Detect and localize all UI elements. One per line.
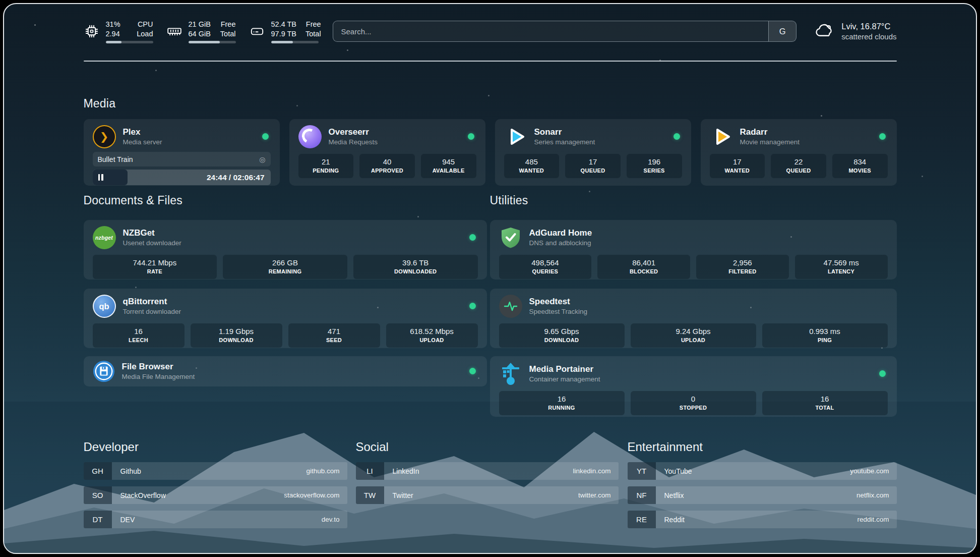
service-name: Overseerr bbox=[329, 127, 378, 138]
bookmark-name: DEV bbox=[112, 516, 135, 524]
status-dot bbox=[469, 234, 476, 241]
stat-value: 47.569 ms bbox=[797, 258, 886, 268]
disk-free-value: 52.4 TB bbox=[271, 20, 297, 29]
stat-value: 22 bbox=[773, 157, 824, 167]
stat-block: 498,564QUERIES bbox=[499, 255, 592, 279]
service-card-speedtest[interactable]: Speedtest Speedtest Tracking 9.65 GbpsDO… bbox=[490, 289, 897, 348]
cpu-usage-value: 31% bbox=[106, 20, 128, 29]
stat-value: 485 bbox=[506, 157, 558, 167]
stat-label: UPLOAD bbox=[388, 337, 476, 344]
bookmark-name: YouTube bbox=[656, 467, 692, 475]
bookmark-group-social: Social LILinkedInlinkedin.comTWTwittertw… bbox=[356, 440, 619, 504]
speedtest-icon bbox=[499, 295, 522, 318]
service-description: Media Requests bbox=[329, 138, 378, 147]
service-description: Speedtest Tracking bbox=[529, 307, 588, 316]
now-playing-title: Bullet Train bbox=[98, 155, 133, 163]
service-card-radarr[interactable]: Radarr Movie management 17WANTED22QUEUED… bbox=[701, 119, 897, 186]
disk-widget: 52.4 TB Free 97.9 TB Total bbox=[249, 20, 319, 43]
stat-label: TOTAL bbox=[764, 404, 886, 412]
service-stats: 9.65 GbpsDOWNLOAD9.24 GbpsUPLOAD0.993 ms… bbox=[499, 323, 888, 348]
service-description: Movie management bbox=[740, 138, 800, 147]
service-card-plex[interactable]: ❯ Plex Media server Bullet Train ◎ 24:44… bbox=[84, 119, 280, 186]
stat-value: 39.6 TB bbox=[355, 258, 476, 268]
section-heading-entertainment: Entertainment bbox=[628, 440, 897, 454]
bookmark-domain: youtube.com bbox=[850, 467, 896, 475]
service-card-portainer[interactable]: Media Portainer Container management 16R… bbox=[490, 356, 897, 417]
stat-value: 2,956 bbox=[698, 258, 787, 268]
bookmark-link[interactable]: LILinkedInlinkedin.com bbox=[356, 462, 619, 480]
status-dot bbox=[469, 368, 476, 374]
stat-label: WANTED bbox=[506, 167, 558, 175]
service-description: Torrent downloader bbox=[123, 307, 181, 316]
memory-icon bbox=[166, 23, 182, 39]
bookmark-name: LinkedIn bbox=[384, 467, 419, 475]
service-description: Usenet downloader bbox=[123, 239, 181, 248]
status-dot bbox=[262, 133, 269, 140]
memory-progress-track bbox=[189, 41, 236, 43]
stat-block: 17WANTED bbox=[710, 154, 765, 178]
stat-block: 1.19 GbpsDOWNLOAD bbox=[191, 323, 282, 348]
stat-block: 22QUEUED bbox=[771, 154, 826, 178]
memory-total-label: Total bbox=[220, 29, 236, 39]
service-name: Sonarr bbox=[534, 127, 595, 138]
bookmark-link[interactable]: RERedditreddit.com bbox=[628, 511, 897, 528]
qbittorrent-icon: qb bbox=[93, 295, 116, 318]
stat-block: 16TOTAL bbox=[762, 391, 888, 415]
stat-label: APPROVED bbox=[361, 167, 413, 175]
service-card-adguard[interactable]: AdGuard Home DNS and adblocking 498,564Q… bbox=[490, 220, 897, 280]
bookmark-group-developer: Developer GHGithubgithub.comSOStackOverf… bbox=[84, 440, 347, 528]
stat-label: DOWNLOAD bbox=[501, 337, 623, 344]
service-card-qbittorrent[interactable]: qb qBittorrent Torrent downloader 16LEEC… bbox=[84, 289, 487, 348]
stat-block: 86,401BLOCKED bbox=[597, 255, 690, 279]
service-card-filebrowser[interactable]: File Browser Media File Management bbox=[84, 356, 487, 386]
bookmark-abbr: RE bbox=[628, 511, 656, 528]
now-playing-row: Bullet Train ◎ bbox=[93, 152, 271, 166]
service-name: NZBGet bbox=[123, 228, 181, 239]
bookmark-domain: reddit.com bbox=[857, 516, 896, 523]
stat-label: REMAINING bbox=[225, 268, 345, 275]
bookmark-link[interactable]: SOStackOverflowstackoverflow.com bbox=[84, 486, 347, 504]
weather-widget[interactable]: Lviv, 16.87°C scattered clouds bbox=[814, 21, 896, 42]
bookmark-abbr: NF bbox=[628, 486, 656, 504]
bookmark-list: YTYouTubeyoutube.comNFNetflixnetflix.com… bbox=[628, 462, 897, 528]
memory-total-value: 64 GiB bbox=[189, 29, 211, 39]
bookmark-domain: netflix.com bbox=[856, 491, 897, 499]
now-playing-view-icon: ◎ bbox=[259, 155, 265, 163]
memory-widget: 21 GiB Free 64 GiB Total bbox=[166, 20, 236, 43]
bookmark-link[interactable]: YTYouTubeyoutube.com bbox=[628, 462, 897, 480]
service-stats: 498,564QUERIES86,401BLOCKED2,956FILTERED… bbox=[499, 255, 888, 279]
stat-value: 17 bbox=[712, 157, 763, 167]
stat-block: 21PENDING bbox=[298, 154, 354, 178]
bookmark-link[interactable]: DTDEVdev.to bbox=[84, 511, 347, 528]
service-card-sonarr[interactable]: Sonarr Series management 485WANTED17QUEU… bbox=[495, 119, 691, 186]
service-stats: 16RUNNING0STOPPED16TOTAL bbox=[499, 391, 888, 415]
bookmark-domain: dev.to bbox=[322, 516, 347, 523]
disk-total-value: 97.9 TB bbox=[271, 29, 297, 39]
portainer-icon bbox=[499, 362, 522, 385]
bookmark-link[interactable]: TWTwittertwitter.com bbox=[356, 486, 619, 504]
search-input[interactable] bbox=[333, 21, 769, 41]
service-card-nzbget[interactable]: nzbget NZBGet Usenet downloader 744.21 M… bbox=[84, 220, 487, 280]
stat-label: SERIES bbox=[629, 167, 680, 175]
weather-condition: scattered clouds bbox=[841, 32, 896, 42]
search-provider-button[interactable]: G bbox=[768, 21, 796, 41]
service-description: Series management bbox=[534, 138, 595, 147]
stat-value: 266 GB bbox=[225, 258, 345, 268]
topbar-divider bbox=[84, 61, 897, 62]
bookmark-link[interactable]: NFNetflixnetflix.com bbox=[628, 486, 897, 504]
stat-value: 0.993 ms bbox=[764, 326, 886, 337]
disk-progress-track bbox=[271, 41, 319, 43]
pause-icon bbox=[98, 174, 103, 181]
stat-value: 471 bbox=[290, 326, 378, 337]
service-card-overseerr[interactable]: Overseerr Media Requests 21PENDING40APPR… bbox=[289, 119, 485, 186]
stat-value: 1.19 Gbps bbox=[193, 326, 280, 337]
cpu-load-label: Load bbox=[137, 29, 153, 39]
stat-label: UPLOAD bbox=[633, 337, 754, 344]
status-dot bbox=[469, 303, 476, 309]
stat-value: 9.65 Gbps bbox=[501, 326, 623, 337]
section-heading-developer: Developer bbox=[84, 440, 347, 454]
stat-value: 744.21 Mbps bbox=[95, 258, 215, 268]
bookmark-link[interactable]: GHGithubgithub.com bbox=[84, 462, 347, 480]
stat-value: 834 bbox=[834, 157, 886, 167]
bookmark-name: Netflix bbox=[656, 491, 684, 499]
